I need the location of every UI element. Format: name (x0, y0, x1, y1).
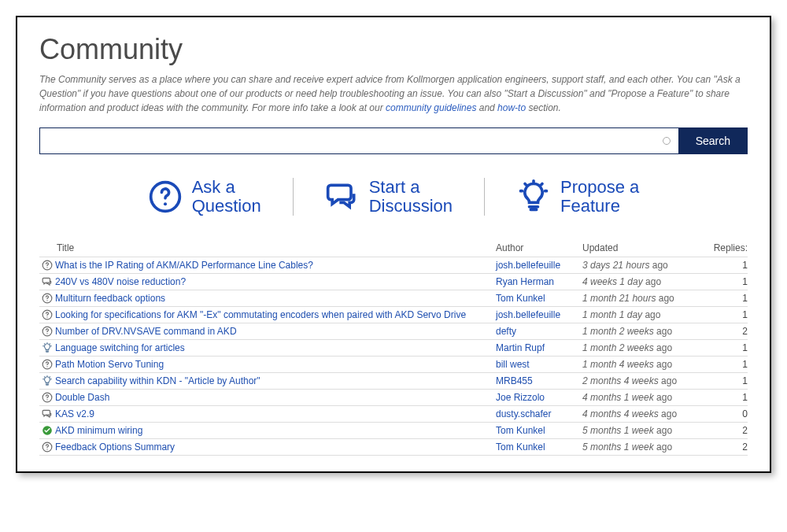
topic-author: Joe Rizzolo (496, 392, 582, 403)
topic-author: defty (496, 326, 582, 337)
topic-updated: 1 month 2 weeks ago (582, 326, 708, 337)
topic-link[interactable]: Search capability within KDN - "Article … (55, 375, 260, 386)
community-page: Community The Community serves as a plac… (16, 16, 771, 473)
lightbulb-icon (516, 179, 551, 214)
search-bar: Search (39, 127, 748, 154)
author-link[interactable]: josh.bellefeuille (496, 309, 560, 320)
author-link[interactable]: josh.bellefeuille (496, 260, 560, 271)
topic-link[interactable]: Double Dash (55, 392, 109, 403)
topic-replies: 1 (708, 342, 748, 353)
author-link[interactable]: Tom Kunkel (496, 441, 545, 453)
topic-list: What is the IP Rating of AKM/AKD Perform… (39, 257, 748, 456)
topic-link[interactable]: Looking for specifications for AKM "-Ex"… (55, 309, 466, 320)
topic-title: Search capability within KDN - "Article … (55, 375, 496, 386)
topic-title: What is the IP Rating of AKM/AKD Perform… (55, 260, 496, 271)
topic-title: Path Motion Servo Tuning (55, 359, 496, 370)
table-row: Path Motion Servo Tuningbill west1 month… (39, 356, 748, 372)
table-row: Multiturn feedback optionsTom Kunkel1 mo… (39, 290, 748, 306)
topic-title: 240V vs 480V noise reduction? (55, 276, 496, 287)
topic-updated: 4 weeks 1 day ago (582, 276, 708, 287)
topic-link[interactable]: Feedback Options Summary (55, 441, 175, 453)
search-input[interactable] (48, 128, 663, 153)
topic-replies: 1 (708, 359, 748, 370)
topic-updated: 1 month 1 day ago (582, 309, 708, 320)
table-row: Search capability within KDN - "Article … (39, 372, 748, 389)
topic-replies: 2 (708, 326, 748, 337)
topic-title: Double Dash (55, 392, 496, 403)
topic-link[interactable]: 240V vs 480V noise reduction? (55, 276, 186, 287)
action-bar: Ask aQuestionStart aDiscussionPropose aF… (39, 178, 748, 216)
question-icon (39, 293, 55, 304)
topic-author: josh.bellefeuille (496, 260, 582, 271)
topic-link[interactable]: Path Motion Servo Tuning (55, 359, 164, 370)
topic-replies: 2 (708, 425, 748, 436)
topic-updated: 5 months 1 week ago (582, 425, 708, 436)
column-title: Title (55, 242, 496, 253)
topic-title: Language switching for articles (55, 342, 496, 353)
topic-link[interactable]: Multiturn feedback options (55, 293, 165, 304)
topic-replies: 0 (708, 408, 748, 419)
topic-replies: 1 (708, 260, 748, 271)
lightbulb-icon (39, 342, 55, 353)
topic-replies: 1 (708, 293, 748, 304)
column-updated: Updated (582, 242, 708, 253)
author-link[interactable]: Martin Rupf (496, 342, 545, 353)
discussion-icon (39, 276, 55, 287)
action-label: Propose aFeature (560, 178, 639, 216)
how-to-link[interactable]: how-to (497, 102, 526, 113)
column-author: Author (496, 242, 582, 253)
author-link[interactable]: Ryan Herman (496, 276, 554, 287)
search-spinner-icon (663, 137, 671, 145)
search-button[interactable]: Search (678, 127, 748, 154)
topic-link[interactable]: KAS v2.9 (55, 408, 94, 419)
question-icon (39, 441, 55, 453)
topic-link[interactable]: Number of DRV.NVSAVE command in AKD (55, 326, 237, 337)
topic-author: bill west (496, 359, 582, 370)
topic-updated: 4 months 1 week ago (582, 392, 708, 403)
table-row: Language switching for articlesMartin Ru… (39, 339, 748, 356)
action-idea[interactable]: Propose aFeature (485, 178, 671, 216)
question-icon (39, 260, 55, 271)
table-row: Feedback Options SummaryTom Kunkel5 mont… (39, 438, 748, 456)
action-label: Ask aQuestion (192, 178, 261, 216)
question-icon (39, 309, 55, 320)
author-link[interactable]: Tom Kunkel (496, 293, 545, 304)
author-link[interactable]: Tom Kunkel (496, 425, 545, 436)
topic-link[interactable]: Language switching for articles (55, 342, 185, 353)
topic-title: AKD minimum wiring (55, 425, 496, 436)
action-label: Start aDiscussion (369, 178, 453, 216)
topic-updated: 5 months 1 week ago (582, 441, 708, 453)
table-row: Double DashJoe Rizzolo4 months 1 week ag… (39, 389, 748, 405)
topic-replies: 1 (708, 375, 748, 386)
action-question[interactable]: Ask aQuestion (116, 178, 294, 216)
desc-mid: and (479, 102, 497, 113)
topic-link[interactable]: AKD minimum wiring (55, 425, 142, 436)
author-link[interactable]: Joe Rizzolo (496, 392, 545, 403)
action-discussion[interactable]: Start aDiscussion (294, 178, 485, 216)
discussion-icon (39, 408, 55, 419)
table-header: Title Author Updated Replies: (39, 239, 748, 257)
check-icon (39, 425, 55, 436)
topic-updated: 3 days 21 hours ago (582, 260, 708, 271)
topic-author: MRB455 (496, 375, 582, 386)
topic-author: josh.bellefeuille (496, 309, 582, 320)
table-row: Number of DRV.NVSAVE command in AKDdefty… (39, 323, 748, 339)
topic-replies: 1 (708, 309, 748, 320)
topic-title: Looking for specifications for AKM "-Ex"… (55, 309, 496, 320)
topic-updated: 1 month 4 weeks ago (582, 359, 708, 370)
topic-title: Multiturn feedback options (55, 293, 496, 304)
topic-title: Number of DRV.NVSAVE command in AKD (55, 326, 496, 337)
topic-replies: 1 (708, 392, 748, 403)
topic-title: Feedback Options Summary (55, 441, 496, 453)
author-link[interactable]: dusty.schafer (496, 408, 551, 419)
topic-author: Martin Rupf (496, 342, 582, 353)
topic-author: Tom Kunkel (496, 441, 582, 453)
question-icon (39, 359, 55, 370)
topic-author: Ryan Herman (496, 276, 582, 287)
topic-link[interactable]: What is the IP Rating of AKM/AKD Perform… (55, 260, 313, 271)
author-link[interactable]: defty (496, 326, 516, 337)
table-row: AKD minimum wiringTom Kunkel5 months 1 w… (39, 422, 748, 438)
author-link[interactable]: MRB455 (496, 375, 533, 386)
author-link[interactable]: bill west (496, 359, 530, 370)
community-guidelines-link[interactable]: community guidelines (386, 102, 476, 113)
